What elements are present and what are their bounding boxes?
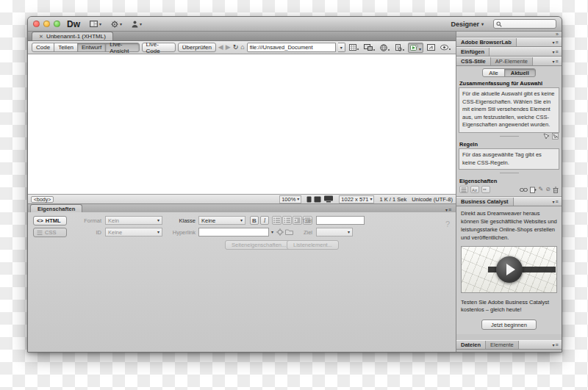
ordered-list-button[interactable] <box>282 216 292 225</box>
inspect-button[interactable]: Überprüfen <box>178 43 216 52</box>
zoom-level-select[interactable]: 100% ▾ <box>279 195 301 203</box>
point-to-file-icon[interactable] <box>276 228 284 236</box>
address-input[interactable]: file:///Unsaved_Document <box>247 43 336 52</box>
multiscreen-icon <box>364 44 373 51</box>
help-icon[interactable]: ? <box>445 220 450 228</box>
insert-panel-header: Einfügen ▾ ≡ <box>456 47 562 57</box>
phone-size-icon[interactable] <box>306 196 312 203</box>
target-select[interactable]: ▾ <box>316 228 353 236</box>
rule-info-buttons <box>543 133 559 140</box>
close-tab-icon[interactable]: ✕ <box>39 34 43 40</box>
css-all-button[interactable]: Alle <box>482 68 505 77</box>
attach-stylesheet-icon[interactable] <box>520 187 528 192</box>
workspace-switcher[interactable]: Designer ▾ <box>451 21 484 28</box>
properties-panel-menu-button[interactable]: ▾ ≡ <box>445 207 453 212</box>
play-button-icon[interactable] <box>496 256 523 283</box>
unordered-list-button[interactable] <box>272 216 282 225</box>
class-select[interactable]: Keine ▾ <box>198 216 245 225</box>
multiscreen-preview-button[interactable] <box>362 43 376 52</box>
id-select[interactable]: Keine ▾ <box>105 228 162 236</box>
italic-button[interactable]: I <box>260 216 269 225</box>
cs-live-menu-button[interactable]: ▾ <box>132 21 142 28</box>
design-view-button[interactable]: Entwurf <box>77 43 106 52</box>
tag-selector-body[interactable]: <body> <box>31 196 54 203</box>
business-catalyst-video-thumbnail[interactable] <box>461 246 557 293</box>
rules-resize-handle[interactable] <box>456 170 562 176</box>
files-panel-menu-button[interactable]: ▾ ≡ <box>549 341 562 349</box>
layout-switcher-button[interactable]: ▾ <box>90 21 101 27</box>
format-select[interactable]: Kein ▾ <box>105 216 162 225</box>
show-set-properties-button[interactable]: ** <box>481 186 490 193</box>
show-cascade-cursor-icon[interactable] <box>552 133 559 140</box>
assets-tab[interactable]: Elemente <box>486 341 519 349</box>
collapse-to-icons-button[interactable]: » <box>556 32 559 37</box>
page-properties-button[interactable]: Seiteneigenschaften... <box>225 240 293 250</box>
browserlab-tab[interactable]: Adobe BrowserLab <box>456 38 517 46</box>
live-code-button[interactable]: Live-Code <box>142 43 176 52</box>
browserlab-panel-header: Adobe BrowserLab ▾ ≡ <box>456 37 562 47</box>
address-dropdown-button[interactable]: ▾ <box>338 43 345 52</box>
properties-css-button[interactable]: CSS <box>33 228 67 237</box>
browse-folder-icon[interactable] <box>285 228 293 235</box>
css-panel-menu-button[interactable]: ▾ ≡ <box>549 57 562 65</box>
tablet-size-icon[interactable] <box>314 196 321 203</box>
live-view-options-button[interactable]: ▾ <box>408 43 423 53</box>
document-column: ✕ Unbenannt-1 (XHTML) Code Teilen Entwur… <box>28 32 456 352</box>
properties-tab[interactable]: Eigenschaften <box>30 204 82 212</box>
back-icon[interactable]: ◀ <box>218 44 223 51</box>
panel-dock: » Adobe BrowserLab ▾ ≡ Einfügen ▾ ≡ C <box>456 32 562 352</box>
properties-tab-bar: Eigenschaften ▾ ≡ <box>28 203 456 212</box>
hyperlink-label: Hyperlink <box>168 229 196 236</box>
validate-markup-button[interactable] <box>393 43 406 52</box>
css-current-button[interactable]: Aktuell <box>504 68 536 77</box>
document-tab[interactable]: ✕ Unbenannt-1 (XHTML) <box>32 32 113 40</box>
window-size-select[interactable]: 1022 x 571 ▾ <box>339 195 374 203</box>
business-catalyst-tab[interactable]: Business Catalyst <box>456 198 514 206</box>
forward-icon[interactable]: ▶ <box>226 44 231 51</box>
document-tab-label: Unbenannt-1 (XHTML) <box>46 33 106 40</box>
properties-html-button[interactable]: <> HTML <box>33 216 67 225</box>
ap-elements-tab[interactable]: AP-Elemente <box>491 57 533 65</box>
encoding-label: Unicode (UTF-8) <box>412 196 453 203</box>
document-tab-bar: ✕ Unbenannt-1 (XHTML) <box>28 32 456 41</box>
list-item-button[interactable]: Listenelement... <box>287 240 339 250</box>
edit-rule-icon[interactable]: ✎ <box>539 187 544 192</box>
home-icon[interactable]: ⌂ <box>240 44 244 51</box>
design-canvas[interactable] <box>28 54 456 194</box>
start-now-button[interactable]: Jetzt beginnen <box>481 319 537 330</box>
view-options-button[interactable] <box>348 43 360 51</box>
dock-collapse-bar: » <box>456 32 562 37</box>
new-css-rule-icon[interactable] <box>530 187 537 193</box>
live-play-icon <box>410 44 418 51</box>
window-size-button[interactable] <box>426 43 437 51</box>
files-tab[interactable]: Dateien <box>456 341 486 349</box>
bold-button[interactable]: B <box>250 216 259 225</box>
extensions-menu-button[interactable]: ▾ <box>111 21 122 28</box>
layout-grid-icon <box>90 21 98 27</box>
code-view-button[interactable]: Code <box>32 43 54 52</box>
show-category-view-button[interactable] <box>459 186 468 193</box>
preview-in-browser-button[interactable] <box>379 43 391 52</box>
show-list-view-button[interactable]: Az <box>470 186 479 193</box>
live-view-button[interactable]: Live-Ansicht <box>105 43 139 52</box>
show-category-cursor-icon[interactable] <box>543 133 550 140</box>
search-input[interactable] <box>493 19 556 29</box>
refresh-icon[interactable]: ↻ <box>233 44 239 51</box>
delete-rule-trash-icon[interactable] <box>553 187 559 193</box>
zoom-window-button[interactable] <box>54 21 60 27</box>
browserlab-panel-menu-button[interactable]: ▾ ≡ <box>549 38 562 46</box>
summary-resize-handle[interactable] <box>456 133 562 140</box>
file-management-button[interactable] <box>439 43 452 51</box>
split-view-button[interactable]: Teilen <box>54 43 78 52</box>
hyperlink-dropdown-icon[interactable]: ▾ <box>271 230 273 234</box>
close-window-button[interactable] <box>33 21 40 27</box>
insert-panel-menu-button[interactable]: ▾ ≡ <box>549 48 562 56</box>
css-styles-tab[interactable]: CSS-Stile <box>456 57 491 65</box>
title-input[interactable] <box>316 216 365 225</box>
business-catalyst-menu-button[interactable]: ▾ ≡ <box>549 198 562 206</box>
desktop-size-icon[interactable] <box>323 195 334 203</box>
hyperlink-input[interactable] <box>198 228 269 236</box>
minimize-window-button[interactable] <box>43 21 50 27</box>
disable-property-icon[interactable]: ⊘ <box>545 187 551 192</box>
insert-tab[interactable]: Einfügen <box>456 48 490 56</box>
